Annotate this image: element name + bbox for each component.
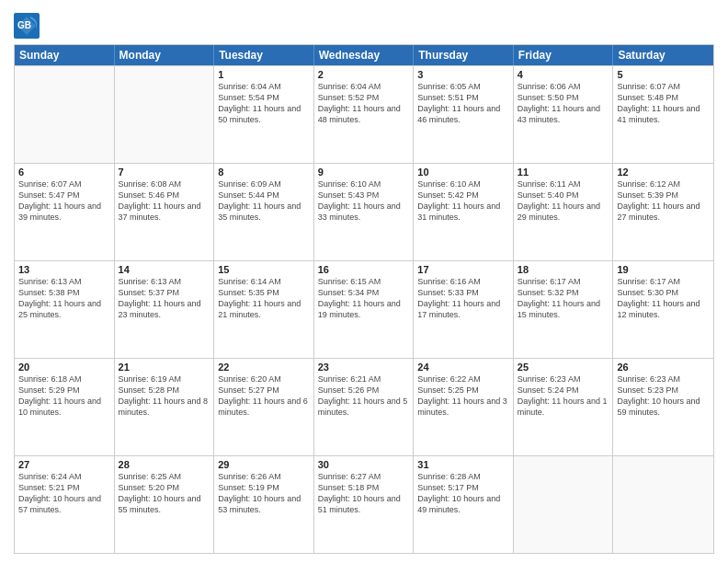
calendar-cell-day-22: 22Sunrise: 6:20 AM Sunset: 5:27 PM Dayli… [214,359,314,455]
calendar-cell-empty [15,66,115,163]
calendar-cell-day-25: 25Sunrise: 6:23 AM Sunset: 5:24 PM Dayli… [514,359,614,455]
day-info: Sunrise: 6:04 AM Sunset: 5:52 PM Dayligh… [318,81,410,126]
calendar-cell-day-14: 14Sunrise: 6:13 AM Sunset: 5:37 PM Dayli… [115,261,215,358]
day-info: Sunrise: 6:23 AM Sunset: 5:23 PM Dayligh… [617,373,710,419]
day-info: Sunrise: 6:20 AM Sunset: 5:27 PM Dayligh… [218,373,310,419]
day-info: Sunrise: 6:10 AM Sunset: 5:43 PM Dayligh… [318,178,410,224]
calendar-cell-empty [115,66,215,163]
weekday-header-tuesday: Tuesday [214,45,314,65]
day-number: 13 [18,264,110,275]
day-number: 16 [318,264,410,275]
day-number: 11 [518,167,609,178]
day-info: Sunrise: 6:10 AM Sunset: 5:42 PM Dayligh… [417,178,509,224]
day-number: 6 [18,167,110,178]
day-info: Sunrise: 6:05 AM Sunset: 5:51 PM Dayligh… [417,81,509,126]
day-number: 8 [218,167,310,178]
day-number: 21 [119,362,210,373]
day-number: 19 [617,264,710,275]
calendar-cell-day-31: 31Sunrise: 6:28 AM Sunset: 5:17 PM Dayli… [414,456,514,553]
calendar-header: SundayMondayTuesdayWednesdayThursdayFrid… [15,45,713,65]
calendar-row-2: 6Sunrise: 6:07 AM Sunset: 5:47 PM Daylig… [15,163,713,260]
calendar-cell-day-12: 12Sunrise: 6:12 AM Sunset: 5:39 PM Dayli… [613,164,713,260]
day-info: Sunrise: 6:04 AM Sunset: 5:54 PM Dayligh… [218,81,310,126]
calendar-cell-day-24: 24Sunrise: 6:22 AM Sunset: 5:25 PM Dayli… [414,359,514,455]
day-info: Sunrise: 6:24 AM Sunset: 5:21 PM Dayligh… [18,471,110,516]
day-number: 26 [617,362,710,373]
calendar-row-4: 20Sunrise: 6:18 AM Sunset: 5:29 PM Dayli… [15,358,713,455]
day-info: Sunrise: 6:13 AM Sunset: 5:38 PM Dayligh… [18,276,110,321]
calendar-cell-day-3: 3Sunrise: 6:05 AM Sunset: 5:51 PM Daylig… [414,66,514,163]
calendar-cell-day-11: 11Sunrise: 6:11 AM Sunset: 5:40 PM Dayli… [514,164,614,260]
weekday-header-thursday: Thursday [414,45,514,65]
calendar-cell-day-17: 17Sunrise: 6:16 AM Sunset: 5:33 PM Dayli… [414,261,514,358]
day-info: Sunrise: 6:08 AM Sunset: 5:46 PM Dayligh… [119,178,210,224]
calendar-cell-day-15: 15Sunrise: 6:14 AM Sunset: 5:35 PM Dayli… [214,261,314,358]
weekday-header-saturday: Saturday [613,45,713,65]
day-number: 28 [119,459,210,470]
page: GB SundayMondayTuesdayWednesdayThursdayF… [0,0,728,563]
day-info: Sunrise: 6:12 AM Sunset: 5:39 PM Dayligh… [617,178,710,224]
weekday-header-monday: Monday [115,45,215,65]
day-number: 10 [417,167,509,178]
calendar-cell-empty [514,456,614,553]
day-number: 25 [518,362,609,373]
day-number: 22 [218,362,310,373]
svg-text:GB: GB [17,20,31,30]
calendar-body: 1Sunrise: 6:04 AM Sunset: 5:54 PM Daylig… [15,65,713,553]
day-number: 20 [18,362,110,373]
day-info: Sunrise: 6:15 AM Sunset: 5:34 PM Dayligh… [318,276,410,321]
day-info: Sunrise: 6:25 AM Sunset: 5:20 PM Dayligh… [119,471,210,516]
day-info: Sunrise: 6:09 AM Sunset: 5:44 PM Dayligh… [218,178,310,224]
calendar-cell-day-21: 21Sunrise: 6:19 AM Sunset: 5:28 PM Dayli… [115,359,215,455]
calendar-cell-day-28: 28Sunrise: 6:25 AM Sunset: 5:20 PM Dayli… [115,456,215,553]
day-number: 24 [417,362,509,373]
day-info: Sunrise: 6:21 AM Sunset: 5:26 PM Dayligh… [318,373,410,419]
calendar-cell-day-13: 13Sunrise: 6:13 AM Sunset: 5:38 PM Dayli… [15,261,115,358]
day-number: 5 [617,69,710,80]
day-number: 17 [417,264,509,275]
calendar-row-3: 13Sunrise: 6:13 AM Sunset: 5:38 PM Dayli… [15,260,713,358]
day-number: 4 [518,69,609,80]
day-number: 31 [417,459,509,470]
calendar-cell-day-18: 18Sunrise: 6:17 AM Sunset: 5:32 PM Dayli… [514,261,614,358]
calendar-cell-day-27: 27Sunrise: 6:24 AM Sunset: 5:21 PM Dayli… [15,456,115,553]
day-number: 30 [318,459,410,470]
calendar-cell-day-19: 19Sunrise: 6:17 AM Sunset: 5:30 PM Dayli… [613,261,713,358]
day-number: 3 [417,69,509,80]
day-number: 29 [218,459,310,470]
calendar-cell-day-29: 29Sunrise: 6:26 AM Sunset: 5:19 PM Dayli… [214,456,314,553]
calendar-row-5: 27Sunrise: 6:24 AM Sunset: 5:21 PM Dayli… [15,455,713,553]
day-info: Sunrise: 6:06 AM Sunset: 5:50 PM Dayligh… [518,81,609,126]
day-number: 9 [318,167,410,178]
calendar-cell-day-1: 1Sunrise: 6:04 AM Sunset: 5:54 PM Daylig… [214,66,314,163]
calendar-cell-day-2: 2Sunrise: 6:04 AM Sunset: 5:52 PM Daylig… [314,66,415,163]
day-number: 2 [318,69,410,80]
calendar-cell-day-8: 8Sunrise: 6:09 AM Sunset: 5:44 PM Daylig… [214,164,314,260]
calendar-cell-day-16: 16Sunrise: 6:15 AM Sunset: 5:34 PM Dayli… [314,261,415,358]
calendar-cell-day-7: 7Sunrise: 6:08 AM Sunset: 5:46 PM Daylig… [115,164,215,260]
weekday-header-wednesday: Wednesday [314,45,415,65]
calendar-cell-day-30: 30Sunrise: 6:27 AM Sunset: 5:18 PM Dayli… [314,456,415,553]
calendar-cell-day-6: 6Sunrise: 6:07 AM Sunset: 5:47 PM Daylig… [15,164,115,260]
day-info: Sunrise: 6:07 AM Sunset: 5:47 PM Dayligh… [18,178,110,224]
day-number: 27 [18,459,110,470]
calendar-cell-empty [613,456,713,553]
day-info: Sunrise: 6:14 AM Sunset: 5:35 PM Dayligh… [218,276,310,321]
calendar-row-1: 1Sunrise: 6:04 AM Sunset: 5:54 PM Daylig… [15,65,713,163]
day-number: 14 [119,264,210,275]
calendar-cell-day-5: 5Sunrise: 6:07 AM Sunset: 5:48 PM Daylig… [613,66,713,163]
day-info: Sunrise: 6:23 AM Sunset: 5:24 PM Dayligh… [518,373,609,419]
day-info: Sunrise: 6:27 AM Sunset: 5:18 PM Dayligh… [318,471,410,516]
day-number: 15 [218,264,310,275]
day-info: Sunrise: 6:26 AM Sunset: 5:19 PM Dayligh… [218,471,310,516]
day-info: Sunrise: 6:16 AM Sunset: 5:33 PM Dayligh… [417,276,509,321]
day-number: 7 [119,167,210,178]
weekday-header-friday: Friday [514,45,614,65]
logo-icon: GB [14,13,40,39]
calendar-cell-day-4: 4Sunrise: 6:06 AM Sunset: 5:50 PM Daylig… [514,66,614,163]
day-info: Sunrise: 6:22 AM Sunset: 5:25 PM Dayligh… [417,373,509,419]
header: GB [14,9,714,39]
day-number: 18 [518,264,609,275]
calendar-cell-day-20: 20Sunrise: 6:18 AM Sunset: 5:29 PM Dayli… [15,359,115,455]
day-info: Sunrise: 6:19 AM Sunset: 5:28 PM Dayligh… [119,373,210,419]
